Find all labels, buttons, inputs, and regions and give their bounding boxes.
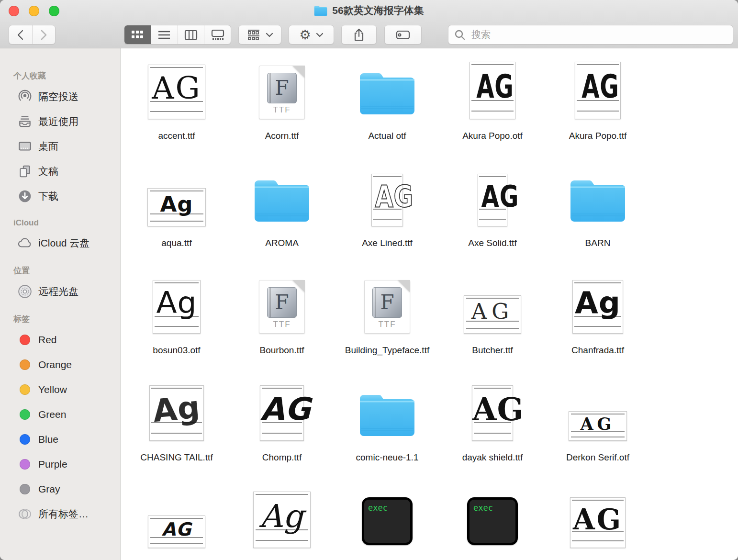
font-glyph: AG bbox=[472, 395, 513, 424]
executable-icon: exec bbox=[467, 477, 518, 548]
view-mode-gallery-view-icon[interactable] bbox=[204, 25, 231, 44]
sidebar-item-yellow[interactable]: Yellow bbox=[0, 377, 120, 402]
file-item[interactable]: exec bbox=[440, 477, 545, 560]
sidebar-item-label: 远程光盘 bbox=[38, 285, 78, 298]
view-mode-column-view-icon[interactable] bbox=[178, 25, 204, 44]
sidebar-item-label: Red bbox=[38, 334, 57, 346]
desktop-icon bbox=[17, 139, 33, 154]
forward-button[interactable] bbox=[32, 25, 56, 44]
font-preview-icon: AG bbox=[478, 156, 507, 226]
sidebar-item--[interactable]: 下载 bbox=[0, 184, 120, 209]
file-item[interactable]: AGdayak shield.ttf bbox=[440, 370, 545, 477]
file-name: aqua.ttf bbox=[130, 237, 224, 249]
file-item[interactable]: AG bbox=[124, 477, 229, 560]
folder-item[interactable]: AROMA bbox=[229, 156, 335, 263]
sidebar-item-label: iCloud 云盘 bbox=[38, 236, 89, 250]
documents-icon bbox=[17, 164, 33, 179]
font-preview-icon: AG bbox=[569, 370, 627, 441]
tag-dot bbox=[17, 382, 33, 397]
ttf-document-icon: FTTF bbox=[364, 263, 410, 334]
font-glyph: Ag bbox=[149, 393, 205, 426]
file-item[interactable]: AgCHASING TAIL.ttf bbox=[124, 370, 229, 477]
font-preview-icon: AG bbox=[575, 48, 621, 119]
file-item[interactable]: FTTFBuilding_Typeface.ttf bbox=[335, 263, 440, 370]
file-name: dayak shield.ttf bbox=[446, 451, 539, 464]
window-title: 56款英文海报字体集 bbox=[332, 4, 424, 17]
folder-item[interactable]: BARN bbox=[545, 156, 650, 263]
file-item[interactable]: FTTFBourbon.ttf bbox=[229, 263, 335, 370]
file-item[interactable]: AGDerkon Serif.otf bbox=[545, 370, 650, 477]
sidebar-item--[interactable]: 桌面 bbox=[0, 134, 120, 159]
remote-disc-icon bbox=[17, 284, 33, 299]
search-field[interactable] bbox=[448, 25, 733, 45]
font-preview-icon: Ag bbox=[153, 263, 201, 334]
recents-icon bbox=[17, 114, 33, 129]
file-item[interactable]: AGButcher.ttf bbox=[440, 263, 545, 370]
file-name: comic-neue-1.1 bbox=[340, 451, 434, 464]
file-name: Akura Popo.otf bbox=[446, 130, 539, 142]
file-item[interactable]: AGAkura Popo.ttf bbox=[545, 48, 650, 156]
sidebar-item-blue[interactable]: Blue bbox=[0, 427, 120, 452]
font-preview-icon: AG bbox=[148, 477, 205, 548]
file-item[interactable]: AGChomp.ttf bbox=[229, 370, 335, 477]
sidebar-item-red[interactable]: Red bbox=[0, 327, 120, 352]
sidebar-item--[interactable]: 隔空投送 bbox=[0, 84, 120, 109]
group-by-button[interactable] bbox=[238, 25, 281, 45]
window-title-area: 56款英文海报字体集 bbox=[0, 0, 738, 21]
chevron-down-icon bbox=[266, 33, 273, 37]
sidebar-section-header: 个人收藏 bbox=[13, 70, 120, 81]
view-mode-list-view-icon[interactable] bbox=[151, 25, 178, 44]
file-item[interactable]: Agaqua.ttf bbox=[124, 156, 229, 263]
sidebar-item--[interactable]: 所有标签… bbox=[0, 502, 120, 526]
tag-button[interactable] bbox=[384, 25, 422, 45]
font-preview-icon: AG bbox=[148, 48, 205, 119]
sidebar-item-label: 下载 bbox=[38, 190, 58, 203]
exec-label: exec bbox=[368, 503, 388, 513]
file-grid: AGaccent.ttfFTTFAcorn.ttf Actual otfAGAk… bbox=[124, 48, 738, 560]
sidebar-item-icloud-[interactable]: iCloud 云盘 bbox=[0, 231, 120, 256]
sidebar-item-purple[interactable]: Purple bbox=[0, 452, 120, 477]
sidebar-item-gray[interactable]: Gray bbox=[0, 477, 120, 502]
file-item[interactable]: exec bbox=[335, 477, 440, 560]
file-item[interactable]: AgChanfrada.ttf bbox=[545, 263, 650, 370]
sidebar-item-label: Gray bbox=[38, 483, 60, 495]
sidebar-item-orange[interactable]: Orange bbox=[0, 352, 120, 377]
folder-item[interactable]: Actual otf bbox=[335, 48, 440, 156]
file-item[interactable]: FTTFAcorn.ttf bbox=[229, 48, 335, 156]
group-icon bbox=[246, 29, 261, 41]
file-name: AROMA bbox=[235, 237, 329, 249]
column-view-icon bbox=[184, 29, 198, 41]
file-item[interactable]: AGAkura Popo.otf bbox=[440, 48, 545, 156]
sidebar-item-label: Green bbox=[38, 409, 66, 420]
file-item[interactable]: Agbosun03.otf bbox=[124, 263, 229, 370]
folder-icon bbox=[254, 156, 310, 226]
file-item[interactable]: AG bbox=[545, 477, 650, 560]
back-button[interactable] bbox=[9, 25, 32, 44]
sidebar-item-green[interactable]: Green bbox=[0, 402, 120, 427]
sidebar-item-label: Blue bbox=[38, 434, 58, 445]
font-preview-icon: AG bbox=[470, 48, 515, 119]
ttf-badge: TTF bbox=[259, 105, 304, 115]
view-mode-icon-view-icon[interactable] bbox=[124, 25, 151, 44]
file-item[interactable]: AGAxe Solid.ttf bbox=[440, 156, 545, 263]
back-chevron-icon bbox=[15, 28, 26, 42]
tag-icon bbox=[395, 29, 411, 41]
font-glyph: Ag bbox=[254, 502, 310, 530]
action-menu-button[interactable]: ⚙ bbox=[289, 25, 334, 45]
file-name: Building_Typeface.ttf bbox=[340, 344, 434, 357]
file-item[interactable]: Ag bbox=[229, 477, 335, 560]
sidebar-item-label: 桌面 bbox=[38, 140, 58, 153]
icon-view-icon bbox=[130, 29, 145, 41]
sidebar-item-label: 隔空投送 bbox=[38, 90, 78, 103]
file-item[interactable]: AGaccent.ttf bbox=[124, 48, 229, 156]
sidebar-item--[interactable]: 文稿 bbox=[0, 159, 120, 184]
sidebar-item--[interactable]: 远程光盘 bbox=[0, 279, 120, 304]
titlebar: 56款英文海报字体集 bbox=[0, 0, 738, 21]
sidebar-item--[interactable]: 最近使用 bbox=[0, 109, 120, 134]
folder-item[interactable]: comic-neue-1.1 bbox=[335, 370, 440, 477]
file-item[interactable]: AGAxe Lined.ttf bbox=[335, 156, 440, 263]
search-input[interactable] bbox=[470, 29, 727, 41]
downloads-icon bbox=[17, 189, 33, 203]
share-button[interactable] bbox=[341, 25, 377, 45]
font-glyph: AG bbox=[476, 72, 509, 101]
